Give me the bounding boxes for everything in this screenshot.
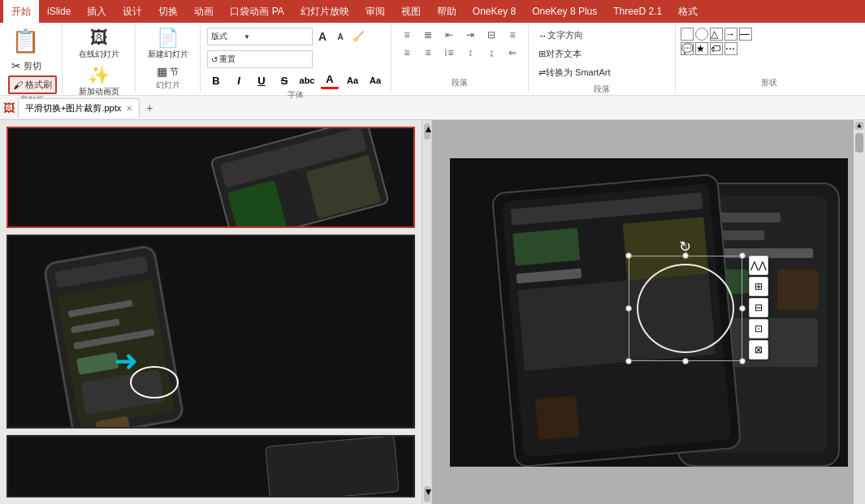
line-spacing-button[interactable]: ↕ [461,45,479,60]
decrease-font-btn[interactable]: A [332,28,348,45]
char-spacing-button[interactable]: Aa [366,71,384,89]
align-right-button[interactable]: ≡ [398,45,416,60]
tab-start[interactable]: 开始 [3,0,39,23]
handle-tr[interactable] [739,252,746,259]
handle-bm[interactable] [682,358,689,364]
new-slide-content: 📄 新建幻灯片 ▦ 节 [145,26,192,80]
tab-threed[interactable]: ThreeD 2.1 [605,0,670,23]
align-left-button[interactable]: ⊟ [482,28,500,42]
shape-line[interactable]: — [739,28,752,41]
slide-thumb-1[interactable] [6,127,415,228]
action-btn-2[interactable]: ⊞ [749,277,768,296]
shape-star[interactable]: ★ [695,42,708,55]
increase-font-btn[interactable]: A [314,28,331,45]
ribbon-toolbar: 📋 ✂ 剪切 🖌 格式刷 剪贴板 🖼 在线幻灯片 ✨ [0,23,865,96]
tab-review[interactable]: 审阅 [357,0,393,23]
right-row2: ⊞ 对齐文本 [534,46,670,62]
circle-shape[interactable] [637,264,734,353]
handle-tl[interactable] [625,252,632,259]
font-color-button[interactable]: A [321,71,339,89]
slide-editing-area[interactable]: Li-ion [450,158,848,467]
underline-button[interactable]: U [253,71,270,89]
slide-list-scrollbar[interactable]: ▲ ▼ [422,120,432,504]
canvas-scrollbar[interactable]: ▲ [854,120,865,504]
handle-tm[interactable] [682,252,689,259]
scroll-up[interactable]: ▲ [855,122,863,130]
editing-group: ↔ 文字方向 ⊞ 对齐文本 ⇌ 转换为 SmartArt 段落 [529,24,675,93]
shape-rect[interactable] [681,28,694,41]
handle-br[interactable] [739,358,746,364]
tab-animation[interactable]: 动画 [186,0,222,23]
highlight-button[interactable]: Aa [344,71,361,89]
paste-button[interactable]: 📋 [8,26,45,56]
slide-list[interactable]: ➜ [0,120,422,504]
selected-shape-container[interactable]: ↻ ⋀⋀ ⊞ ⊟ ⊡ [629,256,742,361]
section-button[interactable]: ▦ 节 [154,63,182,80]
bullets-button[interactable]: ≡ [398,28,416,42]
format-select[interactable]: 版式▼ [207,28,313,45]
col-button[interactable]: ⁞≡ [440,45,458,60]
add-animation-button[interactable]: ✨ 新加动画页 [76,63,123,99]
shape-oval[interactable] [695,28,708,41]
scroll-down-btn[interactable]: ▼ [424,486,430,502]
scroll-up-btn[interactable]: ▲ [424,123,430,140]
italic-button[interactable]: I [230,71,248,89]
online-slides-group: 🖼 在线幻灯片 ✨ 新加动画页 在线幻灯片 [63,24,136,93]
close-tab-button[interactable]: ✕ [126,104,132,113]
tab-insert[interactable]: 插入 [79,0,115,23]
font-group-label: 字体 [207,89,384,102]
shape-callout[interactable]: 💬 [681,42,694,55]
shape-banner[interactable]: 🏷 [710,42,723,55]
scroll-thumb[interactable] [855,133,863,153]
text-direction-button[interactable]: ↔ 文字方向 [534,28,588,43]
file-tab[interactable]: 平滑切换+图片裁剪.pptx ✕ [18,98,140,118]
slide-thumb-3[interactable] [6,435,415,498]
para-spacing-button[interactable]: ↨ [482,45,500,60]
cut-button[interactable]: ✂ 剪切 [8,58,57,74]
slide-thumb-2[interactable]: ➜ [6,235,415,429]
action-btn-5[interactable]: ⊠ [749,340,768,360]
tab-islide[interactable]: iSlide [39,0,79,23]
action-btn-4[interactable]: ⊡ [749,319,768,338]
right-row1: ↔ 文字方向 [534,28,670,43]
clipboard-content: 📋 ✂ 剪切 🖌 格式刷 [8,26,57,94]
strikethrough-button[interactable]: S [275,71,293,89]
numbering-button[interactable]: ≣ [419,28,437,42]
align-center-button[interactable]: ≡ [504,28,521,42]
tab-onekey8[interactable]: OneKey 8 [465,0,524,23]
tab-onekey8plus[interactable]: OneKey 8 Plus [524,0,605,23]
online-slides-button[interactable]: 🖼 在线幻灯片 [76,26,123,62]
increase-indent-button[interactable]: ⇥ [461,28,479,42]
clear-format-btn[interactable]: 🧹 [350,28,366,45]
handle-ml[interactable] [625,305,632,312]
new-slide-icon: 📄 [157,28,179,49]
shadow-button[interactable]: abc [298,71,316,89]
align-text-button[interactable]: ⊞ 对齐文本 [534,46,586,62]
new-slide-button[interactable]: 📄 新建幻灯片 [145,26,192,62]
action-btn-1[interactable]: ⋀⋀ [749,256,768,275]
tab-transition[interactable]: 切换 [150,0,186,23]
justify-button[interactable]: ≡ [419,45,437,60]
shape-triangle[interactable]: △ [710,28,723,41]
tab-slideshow[interactable]: 幻灯片放映 [292,0,357,23]
tab-pa[interactable]: 口袋动画 PA [222,0,292,23]
add-tab-button[interactable]: + [141,100,158,116]
handle-bl[interactable] [625,358,632,364]
format-painter-button[interactable]: 🖌 格式刷 [8,75,57,94]
decrease-indent-button[interactable]: ⇤ [440,28,458,42]
tab-format[interactable]: 格式 [670,0,706,23]
shape-arrow[interactable]: → [724,28,737,41]
tab-design[interactable]: 设计 [115,0,150,23]
cut-icon: ✂ [11,59,21,72]
slides-icon: 🖼 [90,28,108,49]
shape-tools-row2: 💬 ★ 🏷 ⋯ [681,42,778,55]
bold-button[interactable]: B [207,71,225,89]
rtl-button[interactable]: ⇐ [504,45,521,60]
handle-mr[interactable] [739,305,746,312]
tab-help[interactable]: 帮助 [429,0,465,23]
shape-more[interactable]: ⋯ [724,42,737,55]
reset-btn[interactable]: ↺重置 [207,50,313,68]
tab-view[interactable]: 视图 [393,0,429,23]
action-btn-3[interactable]: ⊟ [749,298,768,317]
convert-smartart-button[interactable]: ⇌ 转换为 SmartArt [534,65,615,80]
